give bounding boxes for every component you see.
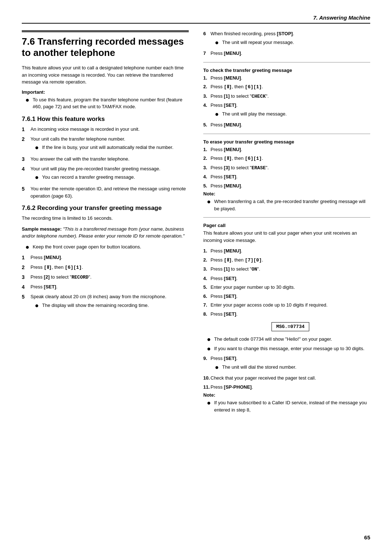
bullet-icon: ● — [207, 336, 213, 344]
how-it-works-list: 1 An incoming voice message is recorded … — [22, 126, 189, 199]
rec-step-4: 4 Press [SET]. — [22, 283, 189, 291]
right-column: 6 When finished recording, press [STOP].… — [203, 30, 370, 415]
section-main-title: 7.6 Transferring recorded messages to an… — [22, 36, 189, 60]
pager-call-title: Pager call — [203, 223, 370, 228]
pager-step-7: 7. Enter your pager access code up to 10… — [203, 301, 370, 309]
rec-step-1: 1 Press [MENU]. — [22, 254, 189, 262]
pager-step-5: 5. Enter your pager number up to 30 digi… — [203, 284, 370, 291]
check-transfer-steps: 1. Press [MENU]. 2. Press [Ⅱ], then [6][… — [203, 74, 370, 129]
pager-step-4: 4. Press [SET]. — [203, 275, 370, 282]
check-step-4: 4. Press [SET]. ● The unit will play the… — [203, 102, 370, 119]
check-step-1: 1. Press [MENU]. — [203, 74, 370, 82]
erase-note-label: Note: — [203, 191, 370, 197]
bullet-icon: ● — [215, 364, 221, 372]
step-3: 3 You answer the call with the transfer … — [22, 155, 189, 163]
page: 7. Answering Machine 7.6 Transferring re… — [0, 0, 392, 555]
erase-step-2: 2. Press [Ⅱ], then [6][1]. — [203, 155, 370, 162]
sub762-title: 7.6.2 Recording your transfer greeting m… — [22, 204, 189, 212]
sub761-title: 7.6.1 How this feature works — [22, 116, 189, 123]
step-1: 1 An incoming voice message is recorded … — [22, 126, 189, 133]
check-step-3: 3. Press [1] to select "CHECK". — [203, 93, 370, 100]
step-5: 5 You enter the remote operation ID, and… — [22, 185, 189, 199]
pager-step-9: 9. Press [SET]. ● The unit will dial the… — [203, 355, 370, 373]
erase-step-4: 4. Press [SET]. — [203, 173, 370, 181]
check-step-5: 5. Press [MENU]. — [203, 121, 370, 129]
recording-steps-right: 6 When finished recording, press [STOP].… — [203, 30, 370, 57]
msg-display: MSG.=07734 — [271, 322, 309, 331]
sample-label: Sample message: — [22, 226, 63, 232]
bullet-icon: ● — [207, 399, 213, 407]
erase-note-bullet: ● When transferring a call, the pre-reco… — [207, 198, 370, 212]
important-bullet-text: To use this feature, program the transfe… — [33, 96, 189, 110]
rec-step-5-bullet: ● The display will show the remaining re… — [35, 302, 189, 310]
msg-display-container: MSG.=07734 — [203, 319, 370, 334]
pager-steps-2: 9. Press [SET]. ● The unit will dial the… — [203, 355, 370, 390]
erase-transfer-title: To erase your transfer greeting message — [203, 139, 370, 145]
keep-cover-bullet: ● Keep the front cover page open for but… — [25, 243, 189, 251]
rec-step-6: 6 When finished recording, press [STOP].… — [203, 30, 370, 48]
divider-1 — [203, 62, 370, 62]
pager-note-label: Note: — [203, 392, 370, 398]
check-step-2: 2. Press [Ⅱ], then [6][1]. — [203, 83, 370, 91]
recording-time: The recording time is limited to 16 seco… — [22, 215, 189, 222]
rec-step-7: 7 Press [MENU]. — [203, 50, 370, 57]
important-label: Important: — [22, 89, 45, 95]
section-title-bar — [22, 30, 189, 32]
bullet-icon: ● — [215, 39, 221, 47]
erase-step-1: 1. Press [MENU]. — [203, 146, 370, 153]
sample-message: Sample message: "This is a transferred m… — [22, 226, 189, 240]
important-bullet: ● To use this feature, program the trans… — [25, 96, 189, 110]
rec-step-5: 5 Speak clearly about 20 cm (8 inches) a… — [22, 293, 189, 311]
bullet-icon: ● — [25, 96, 31, 104]
divider-2 — [203, 134, 370, 134]
pager-step-6: 6. Press [SET]. — [203, 293, 370, 300]
divider-3 — [203, 217, 370, 218]
check-transfer-title: To check the transfer greeting message — [203, 68, 370, 73]
rec-step-2: 2 Press [Ⅱ], then [6][1]. — [22, 264, 189, 271]
bullet-icon: ● — [35, 302, 41, 310]
pager-step-1: 1. Press [MENU]. — [203, 247, 370, 255]
pager-step-2: 2. Press [Ⅱ], then [7][0]. — [203, 256, 370, 264]
important-block: Important: ● To use this feature, progra… — [22, 89, 189, 110]
step-2: 2 Your unit calls the transfer telephone… — [22, 135, 189, 153]
pager-step-10: 10. Check that your pager received the p… — [203, 374, 370, 382]
step-4: 4 Your unit will play the pre-recorded t… — [22, 165, 189, 183]
intro-text: This feature allows your unit to call a … — [22, 64, 189, 86]
page-number: 65 — [364, 534, 370, 540]
pager-step-9-bullet: ● The unit will dial the stored number. — [215, 364, 370, 372]
pager-step-3: 3. Press [1] to select "ON". — [203, 266, 370, 273]
pager-msg-bullet-1: ● The default code 07734 will show "Hell… — [207, 336, 370, 344]
bullet-icon: ● — [207, 345, 213, 353]
bullet-icon: ● — [215, 110, 221, 118]
pager-step-8: 8. Press [SET]. — [203, 311, 370, 318]
page-header-title: 7. Answering Machine — [313, 15, 370, 21]
erase-step-5: 5. Press [MENU]. — [203, 182, 370, 190]
bullet-icon: ● — [35, 144, 41, 152]
rec-step-6-bullet: ● The unit will repeat your message. — [215, 39, 370, 47]
step-2-bullet: ● If the line is busy, your unit will au… — [35, 144, 189, 152]
pager-msg-bullet-2: ● If you want to change this message, en… — [207, 345, 370, 353]
pager-intro: This feature allows your unit to call yo… — [203, 230, 370, 244]
bullet-icon: ● — [207, 198, 213, 206]
step-4-bullet: ● You can record a transfer greeting mes… — [35, 174, 189, 182]
pager-note-bullet: ● If you have subscribed to a Caller ID … — [207, 399, 370, 413]
bullet-icon: ● — [25, 243, 31, 251]
page-header: 7. Answering Machine — [22, 15, 370, 24]
erase-step-3: 3. Press [3] to select "ERASE". — [203, 164, 370, 172]
pager-step-11: 11. Press [SP-PHONE]. — [203, 384, 370, 391]
rec-step-3: 3 Press [2] to select "RECORD". — [22, 274, 189, 281]
recording-steps-left: 1 Press [MENU]. 2 Press [Ⅱ], then [6][1]… — [22, 254, 189, 311]
bullet-icon: ● — [35, 174, 41, 182]
check-step-4-bullet: ● The unit will play the message. — [215, 110, 370, 118]
left-column: 7.6 Transferring recorded messages to an… — [22, 30, 189, 415]
erase-transfer-steps: 1. Press [MENU]. 2. Press [Ⅱ], then [6][… — [203, 146, 370, 190]
pager-steps: 1. Press [MENU]. 2. Press [Ⅱ], then [7][… — [203, 247, 370, 317]
